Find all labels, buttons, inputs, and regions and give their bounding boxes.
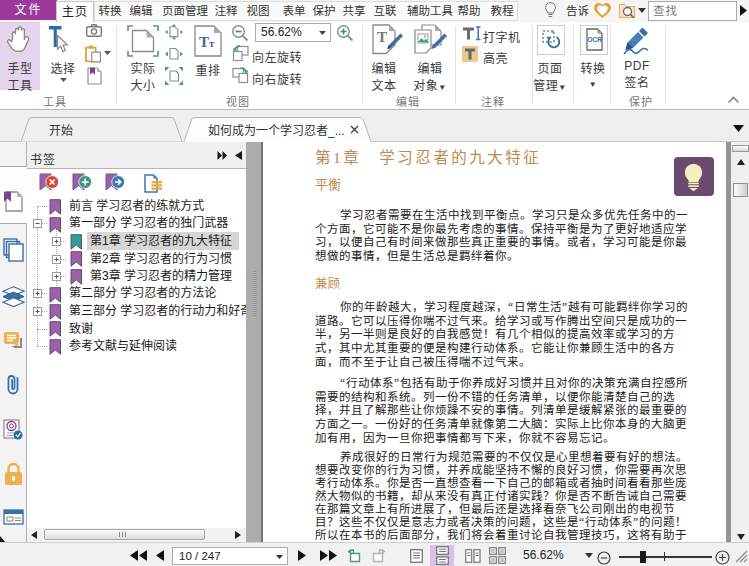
svg-text:T: T bbox=[377, 29, 387, 45]
svg-text:T: T bbox=[199, 34, 209, 50]
svg-text:т: т bbox=[209, 37, 215, 49]
svg-text:OCR: OCR bbox=[588, 36, 603, 43]
